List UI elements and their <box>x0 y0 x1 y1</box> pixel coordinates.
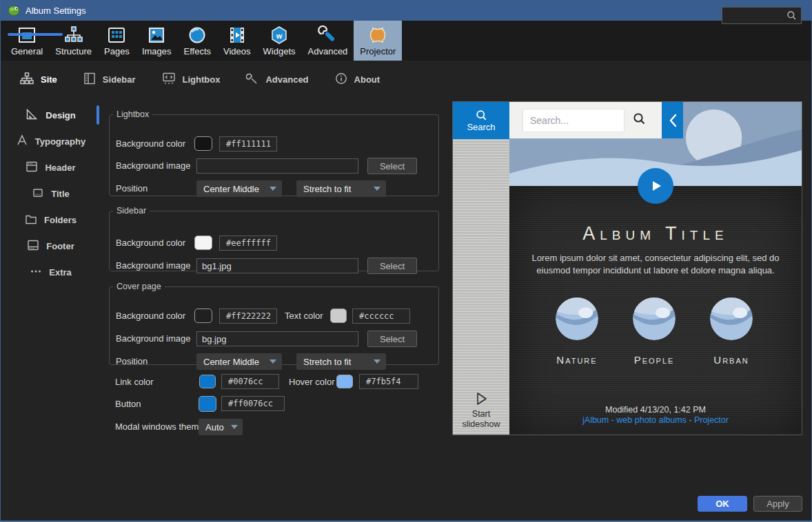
sidebar-bg-image-label: Background image <box>116 258 190 273</box>
lightbox-icon <box>162 72 176 87</box>
start-slideshow-button[interactable]: Start slideshow <box>453 391 509 430</box>
link-color-value[interactable]: #0076cc <box>221 374 279 389</box>
images-icon <box>147 25 166 45</box>
lightbox-select-button[interactable]: Select <box>367 158 417 174</box>
lightbox-fit-value: Stretch to fit <box>303 184 351 194</box>
subtab-about[interactable]: About <box>335 72 380 87</box>
cover-bg-color-value[interactable]: #ff222222 <box>219 309 277 324</box>
cover-fit-dropdown[interactable]: Stretch to fit <box>296 353 386 370</box>
tab-general-label: General <box>11 46 43 56</box>
sidebar-section-legend: Sidebar <box>113 206 150 216</box>
folder-thumb-image <box>556 297 598 340</box>
cover-page-section: Cover page Background color #ff222222 Te… <box>109 282 439 365</box>
wrench-icon <box>246 72 258 87</box>
subtab-advanced[interactable]: Advanced <box>246 72 308 87</box>
search-icon <box>476 109 487 121</box>
nav-item-design[interactable]: Design <box>1 102 101 128</box>
lightbox-bg-image-field[interactable] <box>196 158 358 174</box>
nav-item-extra[interactable]: Extra <box>1 259 101 285</box>
folder-thumb-people[interactable] <box>633 297 676 340</box>
cover-bg-color-swatch[interactable] <box>194 309 212 323</box>
sidebar-section: Sidebar Background color #eeffffff Backg… <box>109 206 439 271</box>
preview-play-button[interactable] <box>638 168 673 204</box>
subtab-site-label: Site <box>41 74 57 85</box>
toolbar-search-input[interactable] <box>722 11 786 21</box>
footer-icon <box>27 239 39 253</box>
cover-bg-image-field[interactable]: bg.jpg <box>196 331 358 346</box>
folder-label-urban[interactable]: Urban <box>690 354 773 366</box>
lightbox-bg-color-swatch[interactable] <box>194 136 212 151</box>
sidebar-bg-image-field[interactable]: bg1.jpg <box>196 258 358 273</box>
lightbox-position-label: Position <box>116 181 148 196</box>
tab-images[interactable]: Images <box>136 21 178 61</box>
folder-thumb-image <box>710 297 753 340</box>
nav-item-title-label: Title <box>51 189 70 199</box>
nav-item-folders[interactable]: Folders <box>1 207 101 233</box>
nav-item-typography[interactable]: Typography <box>1 128 101 154</box>
modal-theme-label: Modal windows theme <box>115 419 204 435</box>
folder-thumb-nature[interactable] <box>556 297 598 340</box>
cover-position-dropdown[interactable]: Center Middle <box>196 353 282 370</box>
design-ruler-icon <box>26 108 39 123</box>
lightbox-position-value: Center Middle <box>203 184 259 194</box>
nav-item-footer[interactable]: Footer <box>1 233 101 259</box>
cover-text-color-value[interactable]: #cccccc <box>352 309 410 324</box>
jalbum-link[interactable]: jAlbum - web photo albums <box>582 415 687 425</box>
tab-pages[interactable]: Pages <box>98 21 136 61</box>
folder-label-nature[interactable]: Nature <box>536 354 618 366</box>
pages-icon <box>107 25 126 45</box>
folder-label-people[interactable]: People <box>613 354 696 366</box>
preview-search-input[interactable] <box>522 109 625 132</box>
tab-advanced-label: Advanced <box>308 46 348 56</box>
lightbox-position-dropdown[interactable]: Center Middle <box>196 180 282 197</box>
cover-bg-color-label: Background color <box>116 309 185 324</box>
folder-thumb-urban[interactable] <box>710 297 753 340</box>
chevron-down-icon <box>374 359 380 364</box>
ok-button[interactable]: OK <box>698 496 747 512</box>
tab-projector[interactable]: Projector <box>354 21 402 61</box>
tab-effects[interactable]: Effects <box>178 21 218 61</box>
cover-bg-image-label: Background image <box>116 331 190 346</box>
tab-widgets[interactable]: w Widgets <box>257 21 302 61</box>
lightbox-bg-image-label: Background image <box>116 158 190 174</box>
search-icon[interactable] <box>633 112 646 128</box>
hover-color-swatch[interactable] <box>336 375 353 388</box>
cover-fit-value: Stretch to fit <box>303 357 351 367</box>
start-slideshow-label: Start slideshow <box>463 409 500 430</box>
structure-icon <box>64 25 83 45</box>
preview-modified-text: Modified 4/13/20, 1:42 PM <box>509 405 802 415</box>
chevron-left-icon <box>669 114 677 127</box>
subtab-site[interactable]: Site <box>20 72 57 87</box>
folder-thumb-image <box>633 297 676 340</box>
subtab-sidebar[interactable]: Sidebar <box>83 72 136 87</box>
widgets-icon: w <box>270 25 289 45</box>
nav-item-header[interactable]: Header <box>1 154 101 180</box>
subtab-lightbox[interactable]: Lightbox <box>162 72 221 87</box>
sidebar-bg-color-value[interactable]: #eeffffff <box>219 236 277 251</box>
window-title: Album Settings <box>26 6 85 16</box>
hover-color-value[interactable]: #7fb5f4 <box>359 374 418 389</box>
projector-link[interactable]: Projector <box>694 415 729 425</box>
lightbox-fit-dropdown[interactable]: Stretch to fit <box>296 180 386 197</box>
cover-text-color-swatch[interactable] <box>330 309 347 323</box>
tab-videos[interactable]: Videos <box>217 21 257 61</box>
preview-search-tab[interactable]: Search <box>453 102 509 139</box>
preview-album-title: Album Title <box>509 223 802 244</box>
sidebar-bg-color-swatch[interactable] <box>194 236 212 250</box>
subtab-selected-underline <box>8 33 63 36</box>
button-color-value[interactable]: #ff0076cc <box>221 396 285 411</box>
tab-structure[interactable]: Structure <box>49 21 98 61</box>
preview-collapse-button[interactable] <box>662 102 683 138</box>
tab-general[interactable]: General <box>5 21 49 61</box>
tab-advanced[interactable]: Advanced <box>302 21 354 61</box>
cover-select-button[interactable]: Select <box>367 331 417 347</box>
link-color-swatch[interactable] <box>199 375 216 388</box>
button-color-swatch[interactable] <box>199 396 216 412</box>
nav-item-title[interactable]: Title <box>1 180 101 207</box>
lightbox-bg-color-value[interactable]: #ff111111 <box>219 136 277 152</box>
apply-button[interactable]: Apply <box>753 496 802 512</box>
modal-theme-dropdown[interactable]: Auto <box>199 419 243 435</box>
footer-separator: · <box>687 415 694 425</box>
main-toolbar: General Structure Pages <box>1 21 811 61</box>
sidebar-select-button[interactable]: Select <box>367 258 417 274</box>
